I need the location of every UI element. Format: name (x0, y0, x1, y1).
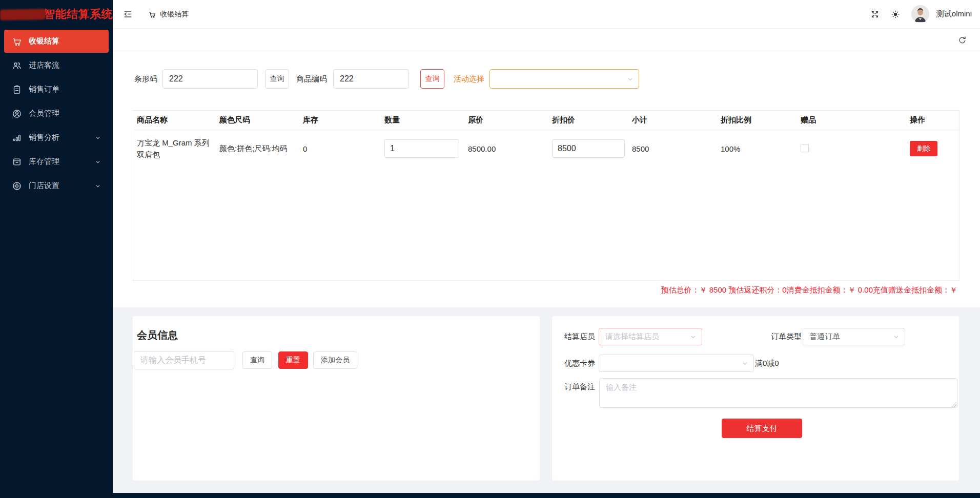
chevron-down-icon (94, 182, 101, 190)
col-discount-ratio: 折扣比例 (717, 115, 797, 125)
col-original-price: 原价 (464, 115, 548, 125)
estimate-summary: 预估总价：￥ 8500 预估返还积分：0消费金抵扣金额：￥ 0.00充值赠送金抵… (661, 285, 957, 295)
cart-icon (148, 10, 156, 18)
chevron-down-icon (94, 134, 101, 141)
barcode-input[interactable] (162, 69, 258, 89)
refresh-icon (958, 36, 967, 45)
order-type-select[interactable]: 普通订单 (803, 328, 905, 345)
member-phone-input[interactable] (134, 351, 234, 369)
clerk-select[interactable]: 请选择结算店员 (599, 328, 702, 345)
sidebar-item-label: 进店客流 (29, 60, 59, 70)
refresh-button[interactable] (958, 36, 967, 45)
pay-button[interactable]: 结算支付 (722, 419, 802, 438)
cell-actions: 删除 (906, 141, 959, 156)
checkout-card: 结算店员 请选择结算店员 订单类型 普通订单 优惠卡券 满0减0 订单备注 结算… (552, 316, 959, 481)
chevron-down-icon (690, 334, 697, 340)
page-toolbar (113, 29, 980, 51)
pos-app: 智能结算系统 收银结算 进店客流 销售订单 会员管理 销售分析 (0, 0, 980, 498)
app-logo: 智能结算系统 (0, 0, 113, 29)
bottom-strip (0, 493, 980, 498)
col-stock: 库存 (299, 115, 381, 125)
visitors-icon (12, 60, 22, 71)
member-reset-button[interactable]: 重置 (278, 351, 308, 369)
order-remark-textarea[interactable] (599, 378, 957, 408)
sidebar-item-cashier[interactable]: 收银结算 (4, 30, 109, 53)
coupon-label: 优惠卡券 (564, 355, 595, 372)
col-spec: 颜色尺码 (216, 115, 299, 125)
sun-icon (891, 10, 900, 19)
menu-fold-icon (123, 9, 133, 19)
avatar-image (911, 5, 929, 23)
col-actions: 操作 (906, 115, 959, 125)
barcode-label: 条形码 (134, 74, 157, 84)
coupon-hint: 满0减0 (755, 355, 779, 372)
member-info-card: 会员信息 查询 重置 添加会员 (133, 316, 540, 481)
col-quantity: 数量 (381, 115, 464, 125)
main-content: 条形码 查询 商品编码 查询 活动选择 商品名称 颜色尺码 库存 数量 (113, 51, 980, 493)
member-search-row: 查询 重置 添加会员 (134, 351, 357, 369)
quantity-input[interactable] (384, 139, 459, 158)
cell-subtotal: 8500 (628, 144, 717, 153)
user-avatar[interactable] (911, 5, 929, 23)
cart-icon (12, 36, 22, 47)
sidebar-item-inventory[interactable]: 库存管理 (4, 150, 109, 173)
top-header: 收银结算 测试olmini (113, 0, 980, 29)
product-code-label: 商品编码 (296, 74, 327, 84)
gift-checkbox[interactable] (801, 144, 809, 152)
store-settings-icon (12, 181, 22, 191)
clerk-label: 结算店员 (564, 328, 595, 345)
sidebar-item-label: 收银结算 (29, 36, 59, 46)
sidebar-item-label: 库存管理 (29, 157, 59, 167)
sidebar-item-sales-orders[interactable]: 销售订单 (4, 78, 109, 101)
activity-select[interactable] (489, 69, 639, 89)
member-info-title: 会员信息 (137, 328, 178, 342)
clerk-select-placeholder: 请选择结算店员 (605, 332, 659, 342)
col-gift: 赠品 (797, 115, 906, 125)
col-discount-price: 折扣价 (548, 115, 628, 125)
col-name: 商品名称 (133, 115, 216, 125)
fullscreen-button[interactable] (870, 10, 880, 19)
table-row: 万宝龙 M_Gram 系列双肩包 颜色:拼色;尺码:均码 0 8500.00 8… (133, 130, 959, 168)
table-header-row: 商品名称 颜色尺码 库存 数量 原价 折扣价 小计 折扣比例 赠品 操作 (133, 111, 959, 130)
sidebar-item-label: 销售订单 (29, 85, 59, 94)
member-query-button[interactable]: 查询 (242, 351, 272, 369)
sidebar-item-visitors[interactable]: 进店客流 (4, 54, 109, 77)
logo-redacted-blob (0, 9, 46, 20)
order-icon (12, 85, 22, 95)
cell-product-name: 万宝龙 M_Gram 系列双肩包 (133, 137, 211, 161)
cell-quantity (384, 139, 464, 158)
cell-gift (797, 144, 906, 154)
sidebar-menu: 收银结算 进店客流 销售订单 会员管理 销售分析 库存管理 (4, 30, 109, 198)
activity-label: 活动选择 (454, 74, 484, 84)
chevron-down-icon (893, 334, 900, 340)
cell-discount-ratio: 100% (717, 144, 797, 153)
theme-toggle-button[interactable] (891, 10, 900, 19)
cell-spec: 颜色:拼色;尺码:均码 (216, 144, 299, 154)
cashier-panel: 条形码 查询 商品编码 查询 活动选择 商品名称 颜色尺码 库存 数量 (113, 51, 980, 307)
goods-table: 商品名称 颜色尺码 库存 数量 原价 折扣价 小计 折扣比例 赠品 操作 万宝龙… (133, 110, 959, 281)
add-member-button[interactable]: 添加会员 (313, 351, 357, 369)
barcode-query-button[interactable]: 查询 (265, 69, 289, 89)
coupon-select[interactable] (599, 355, 754, 372)
sidebar-item-members[interactable]: 会员管理 (4, 102, 109, 125)
tab-cashier[interactable]: 收银结算 (148, 10, 189, 19)
delete-row-button[interactable]: 删除 (910, 141, 937, 156)
remark-label: 订单备注 (564, 378, 595, 396)
sidebar-item-label: 销售分析 (29, 133, 59, 142)
inventory-icon (12, 157, 22, 167)
chevron-down-icon (94, 158, 101, 165)
logo-text: 智能结算系统 (44, 7, 113, 22)
user-name[interactable]: 测试olmini (936, 9, 972, 19)
product-code-query-button[interactable]: 查询 (420, 69, 444, 89)
chart-icon (12, 133, 22, 143)
product-code-input[interactable] (333, 69, 409, 89)
order-type-label: 订单类型 (771, 328, 802, 345)
sidebar-item-label: 会员管理 (29, 109, 59, 118)
sidebar-item-sales-analysis[interactable]: 销售分析 (4, 126, 109, 149)
sidebar-collapse-button[interactable] (123, 9, 133, 19)
chevron-down-icon (627, 76, 634, 82)
chevron-down-icon (742, 360, 748, 367)
discount-price-input[interactable] (552, 139, 625, 158)
fullscreen-icon (870, 10, 880, 19)
sidebar-item-store-settings[interactable]: 门店设置 (4, 174, 109, 197)
